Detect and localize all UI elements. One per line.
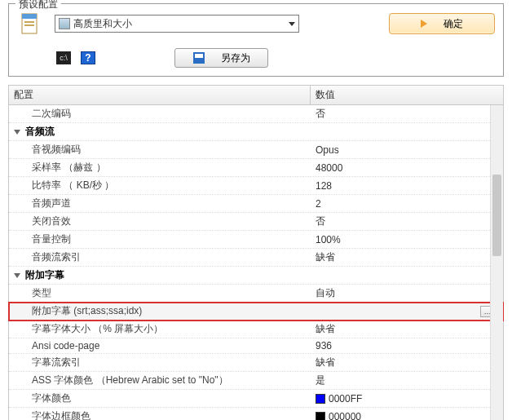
expand-icon[interactable]: [14, 273, 20, 278]
preset-dropdown[interactable]: 高质里和大小: [55, 15, 299, 33]
grid-row[interactable]: 音视频编码Opus: [9, 141, 503, 159]
save-as-button[interactable]: 另存为: [174, 48, 268, 68]
row-value: 936: [316, 340, 332, 351]
save-as-label: 另存为: [221, 51, 250, 65]
scroll-thumb[interactable]: [492, 175, 501, 256]
row-label: 二次编码: [9, 105, 311, 122]
row-label: Ansi code-page: [9, 338, 311, 353]
preset-panel: 预设配置 高质里和大小 确定 c:\ ? 另存为: [8, 3, 504, 77]
grid-row[interactable]: 类型自动: [9, 285, 503, 303]
row-label: 比特率 （ KB/秒 ）: [9, 177, 311, 194]
row-value: 否: [316, 107, 325, 121]
row-label: 采样率 （赫兹 ）: [9, 159, 311, 176]
row-label: 音频流索引: [9, 249, 311, 266]
floppy-icon: [193, 52, 205, 64]
grid-row[interactable]: 比特率 （ KB/秒 ）128: [9, 177, 503, 195]
arrow-right-icon: [421, 20, 427, 28]
panel-title: 预设配置: [15, 0, 61, 11]
row-value: 100%: [316, 234, 341, 245]
preset-selected: 高质里和大小: [73, 17, 289, 31]
preset-mini-icon: [59, 18, 70, 29]
row-label: 字幕字体大小 （% 屏幕大小）: [9, 321, 311, 338]
row-label: 音视频编码: [9, 141, 311, 158]
expand-icon[interactable]: [14, 130, 20, 135]
row-label: 字幕流索引: [9, 354, 311, 371]
row-value: 000000: [329, 411, 361, 421]
color-swatch: [316, 394, 325, 404]
row-value: 自动: [316, 286, 335, 300]
console-icon[interactable]: c:\: [56, 51, 71, 64]
grid-header: 配置 数值: [9, 86, 503, 105]
grid-row[interactable]: 字体颜色0000FF: [9, 390, 503, 408]
help-icon[interactable]: ?: [81, 51, 95, 64]
scrollbar[interactable]: [490, 105, 503, 420]
row-label: 关闭音效: [9, 213, 311, 230]
grid-row[interactable]: 音量控制100%: [9, 231, 503, 249]
grid-row[interactable]: Ansi code-page936: [9, 338, 503, 354]
row-label: 附加字幕 (srt;ass;ssa;idx): [9, 303, 311, 320]
ok-button[interactable]: 确定: [389, 13, 495, 34]
grid-row[interactable]: 字幕字体大小 （% 屏幕大小）缺省: [9, 321, 503, 338]
top-row: 高质里和大小 确定: [17, 11, 495, 37]
grid-row[interactable]: 字幕流索引缺省: [9, 354, 503, 372]
grid-row[interactable]: 音频流: [9, 123, 503, 141]
grid-row[interactable]: 附加字幕: [9, 267, 503, 285]
row-value: Opus: [316, 144, 339, 156]
grid-row[interactable]: ASS 字体颜色 （Hebrew Arabic set to "No"）是: [9, 372, 503, 390]
second-row: c:\ ? 另存为: [17, 48, 495, 68]
chevron-down-icon: [289, 22, 295, 26]
row-value: 缺省: [316, 322, 335, 336]
row-value: 缺省: [316, 250, 335, 264]
color-swatch: [316, 412, 325, 421]
row-label: 字体边框颜色: [9, 408, 311, 420]
row-label: ASS 字体颜色 （Hebrew Arabic set to "No"）: [9, 372, 311, 389]
row-value: 是: [316, 374, 325, 387]
header-config: 配置: [9, 86, 311, 104]
row-value: 0000FF: [329, 393, 362, 405]
header-value: 数值: [311, 86, 503, 104]
document-icon: [17, 11, 43, 37]
row-value: 48000: [316, 162, 342, 174]
ok-label: 确定: [444, 17, 463, 31]
grid-body: 二次编码否音频流音视频编码Opus采样率 （赫兹 ）48000比特率 （ KB/…: [9, 105, 503, 420]
group-label: 附加字幕: [25, 268, 64, 282]
row-value: 128: [316, 180, 332, 192]
grid-row[interactable]: 字体边框颜色000000: [9, 408, 503, 420]
row-value: 否: [316, 214, 325, 228]
row-value: 2: [316, 198, 321, 210]
config-grid: 配置 数值 二次编码否音频流音视频编码Opus采样率 （赫兹 ）48000比特率…: [8, 85, 504, 420]
grid-row[interactable]: 音频流索引缺省: [9, 249, 503, 267]
row-label: 音量控制: [9, 231, 311, 248]
row-label: 字体颜色: [9, 390, 311, 407]
group-label: 音频流: [25, 125, 55, 139]
grid-row[interactable]: 采样率 （赫兹 ）48000: [9, 159, 503, 177]
row-label: 音频声道: [9, 195, 311, 212]
grid-row[interactable]: 关闭音效否: [9, 213, 503, 231]
svg-rect-3: [24, 24, 34, 26]
row-value: 缺省: [316, 356, 335, 369]
grid-row[interactable]: 二次编码否: [9, 105, 503, 123]
svg-rect-2: [24, 21, 34, 23]
svg-rect-1: [22, 14, 37, 19]
grid-row[interactable]: 音频声道2: [9, 195, 503, 213]
row-label: 类型: [9, 285, 311, 302]
grid-row[interactable]: 附加字幕 (srt;ass;ssa;idx)…: [9, 303, 503, 321]
